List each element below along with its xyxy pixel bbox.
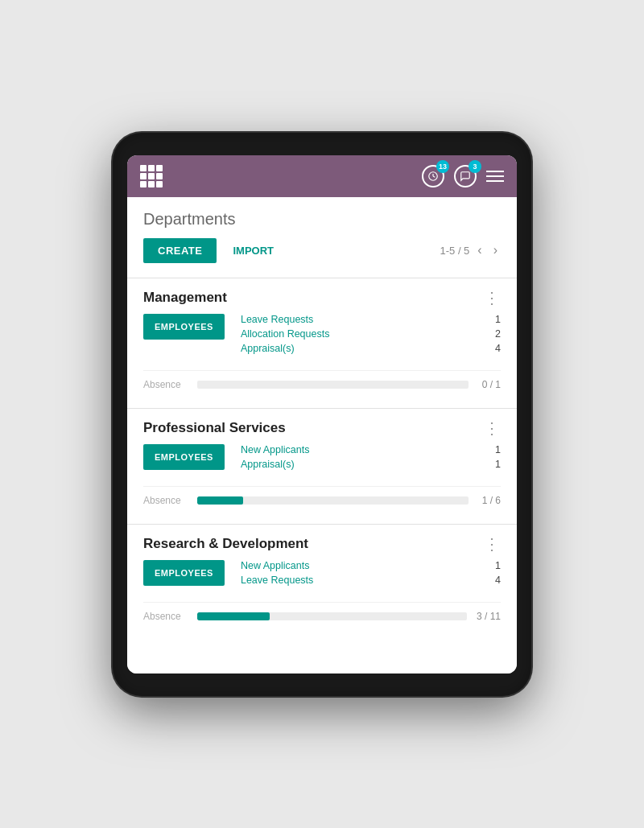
dept-name: Research & Development xyxy=(143,536,308,552)
absence-count: 0 / 1 xyxy=(478,379,501,390)
employees-button[interactable]: EMPLOYEES xyxy=(143,444,225,470)
stat-row: Appraisal(s) 1 xyxy=(241,459,501,470)
dept-name: Professional Services xyxy=(143,420,286,436)
absence-bar-fill xyxy=(197,612,270,620)
absence-bar-fill xyxy=(197,496,243,505)
dept-stats: New Applicants 1 Appraisal(s) 1 xyxy=(241,444,501,473)
dept-body: EMPLOYEES New Applicants 1 Leave Request… xyxy=(143,560,501,602)
dept-header: Professional Services ⋮ xyxy=(143,409,501,444)
absence-label: Absence xyxy=(143,611,188,622)
absence-row: Absence 1 / 6 xyxy=(143,486,501,517)
grid-icon[interactable] xyxy=(140,165,163,187)
departments-list: Management ⋮ EMPLOYEES Leave Requests 1 … xyxy=(127,278,517,633)
stat-value: 4 xyxy=(495,575,501,586)
pagination: 1-5 / 5 ‹ › xyxy=(440,241,501,259)
dept-body: EMPLOYEES Leave Requests 1 Allocation Re… xyxy=(143,314,501,370)
dept-body: EMPLOYEES New Applicants 1 Appraisal(s) … xyxy=(143,444,501,486)
absence-bar xyxy=(197,496,469,505)
employees-button[interactable]: EMPLOYEES xyxy=(143,560,225,586)
department-card: Professional Services ⋮ EMPLOYEES New Ap… xyxy=(127,408,517,517)
stat-label: Leave Requests xyxy=(241,314,313,325)
page-header: Departments CREATE IMPORT 1-5 / 5 ‹ › xyxy=(127,197,517,271)
stat-row: New Applicants 1 xyxy=(241,444,501,455)
stat-row: Leave Requests 4 xyxy=(241,575,501,586)
next-page-button[interactable]: › xyxy=(490,241,501,259)
dept-stats: Leave Requests 1 Allocation Requests 2 A… xyxy=(241,314,501,357)
stat-value: 2 xyxy=(495,328,501,340)
stat-value: 1 xyxy=(495,560,501,571)
stat-label: New Applicants xyxy=(241,444,309,455)
absence-bar xyxy=(197,381,469,389)
stat-label: Allocation Requests xyxy=(241,328,329,340)
app-header: 13 3 xyxy=(127,155,517,197)
header-right: 13 3 xyxy=(422,165,504,187)
stat-label: New Applicants xyxy=(241,560,309,571)
stat-value: 1 xyxy=(495,444,501,455)
employees-button[interactable]: EMPLOYEES xyxy=(143,314,225,340)
absence-count: 3 / 11 xyxy=(477,611,501,622)
department-card: Management ⋮ EMPLOYEES Leave Requests 1 … xyxy=(127,278,517,402)
toolbar: CREATE IMPORT 1-5 / 5 ‹ › xyxy=(143,238,501,263)
absence-row: Absence 0 / 1 xyxy=(143,370,501,402)
notifications-button[interactable]: 13 xyxy=(422,165,444,187)
dept-header: Research & Development ⋮ xyxy=(143,525,501,560)
stat-label: Appraisal(s) xyxy=(241,459,295,470)
tablet-frame: 13 3 Departments xyxy=(113,133,531,696)
absence-label: Absence xyxy=(143,379,188,390)
stat-row: Leave Requests 1 xyxy=(241,314,501,325)
page-title: Departments xyxy=(143,210,501,229)
absence-row: Absence 3 / 11 xyxy=(143,602,501,633)
stat-value: 1 xyxy=(495,314,501,325)
stat-row: New Applicants 1 xyxy=(241,560,501,571)
department-card: Research & Development ⋮ EMPLOYEES New A… xyxy=(127,524,517,633)
messages-button[interactable]: 3 xyxy=(454,165,477,187)
dept-menu-button[interactable]: ⋮ xyxy=(484,290,501,306)
notifications-badge: 13 xyxy=(436,160,449,173)
absence-bar xyxy=(197,612,467,620)
svg-line-2 xyxy=(433,176,435,177)
stat-row: Allocation Requests 2 xyxy=(241,328,501,340)
dept-name: Management xyxy=(143,290,227,306)
create-button[interactable]: CREATE xyxy=(143,238,217,263)
dept-stats: New Applicants 1 Leave Requests 4 xyxy=(241,560,501,589)
tablet-screen: 13 3 Departments xyxy=(127,155,517,674)
stat-value: 1 xyxy=(495,459,501,470)
dept-menu-button[interactable]: ⋮ xyxy=(484,536,501,552)
stat-label: Leave Requests xyxy=(241,575,313,586)
prev-page-button[interactable]: ‹ xyxy=(474,241,485,259)
stat-label: Appraisal(s) xyxy=(241,343,295,354)
dept-header: Management ⋮ xyxy=(143,278,501,314)
main-content: Departments CREATE IMPORT 1-5 / 5 ‹ › Ma… xyxy=(127,197,517,674)
pagination-text: 1-5 / 5 xyxy=(440,245,469,257)
hamburger-menu[interactable] xyxy=(486,171,504,182)
stat-value: 4 xyxy=(495,343,501,354)
stat-row: Appraisal(s) 4 xyxy=(241,343,501,354)
absence-count: 1 / 6 xyxy=(478,495,501,506)
absence-label: Absence xyxy=(143,495,188,506)
messages-badge: 3 xyxy=(469,160,481,173)
import-button[interactable]: IMPORT xyxy=(229,238,277,263)
dept-menu-button[interactable]: ⋮ xyxy=(484,420,501,436)
